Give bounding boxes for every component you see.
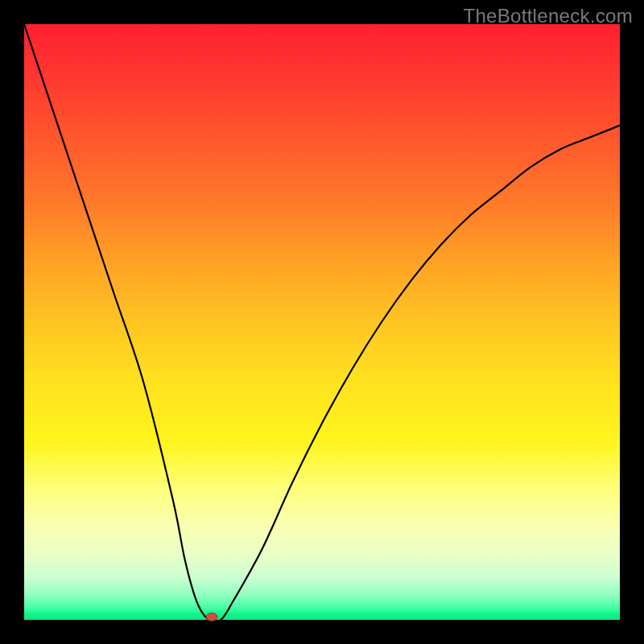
minimum-marker [206,613,217,621]
chart-frame: TheBottleneck.com [0,0,644,644]
curve-svg [24,24,620,620]
plot-area [24,24,620,620]
bottleneck-curve [24,24,620,622]
watermark-text: TheBottleneck.com [463,5,633,27]
